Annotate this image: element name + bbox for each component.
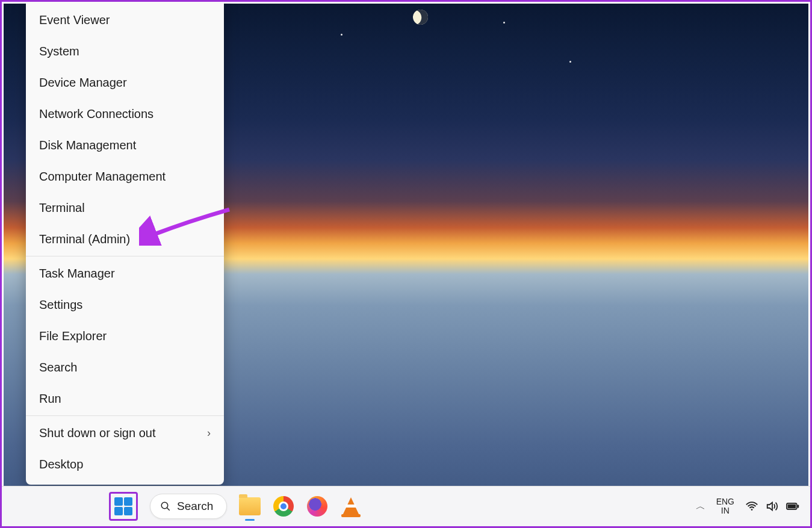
taskbar-file-explorer[interactable] [239, 495, 261, 517]
taskbar-chrome[interactable] [273, 495, 294, 517]
chevron-right-icon: › [207, 427, 211, 439]
menu-item-file-explorer[interactable]: File Explorer [26, 320, 224, 352]
menu-item-label: Terminal [39, 201, 85, 215]
menu-item-network-connections[interactable]: Network Connections [26, 98, 224, 129]
menu-separator [26, 256, 224, 256]
taskbar-vlc[interactable] [340, 495, 362, 517]
menu-item-label: Search [39, 361, 77, 374]
taskbar: Search ︿ ENG IN [2, 486, 810, 526]
svg-rect-4 [788, 505, 796, 509]
volume-icon [766, 500, 779, 513]
menu-item-terminal[interactable]: Terminal [26, 192, 224, 223]
menu-item-label: Terminal (Admin) [39, 232, 130, 246]
menu-item-label: Disk Management [39, 138, 136, 152]
menu-item-run[interactable]: Run [26, 383, 224, 414]
folder-icon [239, 497, 261, 515]
language-code: ENG [716, 497, 734, 506]
start-button[interactable] [109, 492, 138, 521]
winx-context-menu: Event Viewer System Device Manager Netwo… [26, 2, 224, 485]
menu-item-label: Settings [39, 298, 82, 312]
menu-separator [26, 415, 224, 416]
menu-item-label: Task Manager [39, 267, 115, 281]
windows-logo-icon [114, 497, 132, 515]
menu-item-label: System [39, 45, 79, 58]
menu-item-label: Event Viewer [39, 13, 110, 27]
language-region: IN [721, 506, 730, 515]
chrome-icon [273, 496, 294, 517]
menu-item-label: Desktop [39, 458, 83, 471]
menu-item-task-manager[interactable]: Task Manager [26, 258, 224, 289]
star-graphic [569, 61, 571, 63]
tray-overflow-button[interactable]: ︿ [696, 500, 705, 513]
active-indicator [245, 519, 255, 521]
star-graphic [341, 34, 342, 36]
firefox-icon [307, 496, 327, 517]
menu-item-settings[interactable]: Settings [26, 289, 224, 320]
search-label: Search [177, 500, 213, 513]
svg-line-1 [167, 508, 170, 511]
svg-point-2 [751, 509, 753, 511]
svg-rect-5 [798, 505, 799, 508]
language-indicator[interactable]: ENG IN [716, 497, 734, 515]
menu-item-desktop[interactable]: Desktop [26, 449, 224, 480]
menu-item-disk-management[interactable]: Disk Management [26, 129, 224, 161]
menu-item-system[interactable]: System [26, 36, 224, 67]
vlc-icon [342, 497, 359, 515]
menu-item-label: Device Manager [39, 76, 127, 90]
menu-item-shutdown-signout[interactable]: Shut down or sign out › [26, 417, 224, 449]
moon-graphic [411, 7, 430, 27]
menu-item-device-manager[interactable]: Device Manager [26, 67, 224, 98]
menu-item-label: File Explorer [39, 329, 107, 343]
menu-item-label: Run [39, 392, 61, 406]
taskbar-firefox[interactable] [306, 495, 328, 517]
menu-item-label: Shut down or sign out [39, 426, 155, 440]
wifi-icon [745, 500, 758, 513]
menu-item-terminal-admin[interactable]: Terminal (Admin) [26, 223, 224, 255]
menu-item-event-viewer[interactable]: Event Viewer [26, 4, 224, 36]
taskbar-search-button[interactable]: Search [150, 494, 227, 519]
battery-icon [786, 500, 799, 513]
menu-item-search[interactable]: Search [26, 352, 224, 383]
menu-item-label: Network Connections [39, 107, 153, 121]
menu-item-label: Computer Management [39, 170, 166, 184]
star-graphic [503, 22, 505, 23]
search-icon [160, 501, 171, 512]
menu-item-computer-management[interactable]: Computer Management [26, 161, 224, 192]
system-tray[interactable] [745, 500, 799, 513]
svg-point-0 [161, 502, 168, 509]
